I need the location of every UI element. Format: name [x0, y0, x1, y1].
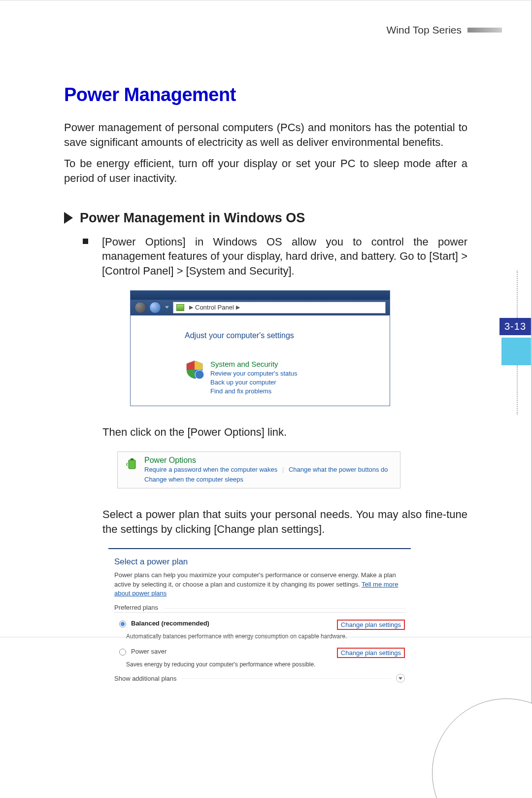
bottom-rule [0, 637, 532, 637]
radio-balanced[interactable] [119, 621, 126, 627]
preferred-plans-legend: Preferred plans [114, 604, 405, 613]
window-titlebar [131, 291, 390, 300]
plan-saver-desc: Saves energy by reducing your computer's… [114, 661, 405, 668]
screenshot-power-options: Power Options Require a password when th… [117, 451, 400, 488]
plan-balanced-label: Balanced (recommended) [131, 620, 209, 627]
select-power-plan-heading: Select a power plan [114, 557, 405, 567]
power-options-body: Power Options Require a password when th… [144, 456, 388, 484]
window-nav-bar: ▶ Control Panel ▶ [131, 300, 390, 315]
chevron-down-icon[interactable] [396, 674, 405, 683]
instruction-after-shot1: Then click on the [Power Options] link. [64, 425, 467, 440]
screenshot-power-plan: Select a power plan Power plans can help… [108, 548, 411, 688]
section-heading-row: Power Management in Windows OS [64, 210, 467, 226]
system-security-links: System and Security Review your computer… [210, 360, 298, 396]
breadcrumb-control-panel[interactable]: Control Panel [195, 304, 234, 311]
svg-point-0 [195, 370, 204, 379]
adjust-settings-heading: Adjust your computer's settings [185, 331, 382, 340]
dotted-margin-line [517, 365, 518, 415]
radio-power-saver[interactable] [119, 649, 126, 656]
shield-icon [185, 360, 204, 380]
folder-icon [176, 304, 184, 311]
change-plan-settings-saver[interactable]: Change plan settings [337, 648, 405, 658]
plan-saver-label: Power saver [131, 648, 166, 655]
intro-paragraph-1: Power management of personal computers (… [64, 120, 467, 149]
plan-balanced-desc: Automatically balances performance with … [114, 633, 405, 640]
power-options-title[interactable]: Power Options [144, 456, 388, 465]
page-title: Power Management [64, 84, 467, 105]
link-power-buttons[interactable]: Change what the power buttons do [289, 466, 388, 473]
link-find-fix[interactable]: Find and fix problems [210, 387, 298, 396]
breadcrumb-sep-icon: ▶ [189, 304, 193, 311]
system-security-row: System and Security Review your computer… [185, 360, 382, 396]
content-area: Power Management Power management of per… [0, 20, 532, 688]
nav-forward-button[interactable] [149, 302, 161, 313]
link-require-password[interactable]: Require a password when the computer wak… [144, 466, 277, 473]
nav-history-dropdown[interactable] [164, 303, 170, 312]
bullet-text-1: [Power Options] in Windows OS allow you … [102, 235, 467, 278]
corner-cutout [433, 699, 532, 798]
power-plan-description: Power plans can help you maximize your c… [114, 571, 405, 598]
square-bullet-icon [83, 239, 88, 244]
system-security-title[interactable]: System and Security [210, 360, 298, 368]
breadcrumb-sep-icon: ▶ [236, 304, 240, 311]
accent-tab [501, 338, 531, 365]
link-review-status[interactable]: Review your computer's status [210, 369, 298, 378]
divider-line [181, 678, 391, 679]
page-number-tab: 3-13 [499, 318, 531, 335]
svg-rect-2 [131, 458, 133, 460]
link-backup[interactable]: Back up your computer [210, 378, 298, 387]
battery-icon [125, 456, 139, 484]
intro-paragraph-2: To be energy efficient, turn off your di… [64, 156, 467, 185]
power-plan-balanced-row: Balanced (recommended) Change plan setti… [114, 618, 405, 632]
instruction-after-shot2: Select a power plan that suits your pers… [64, 507, 467, 536]
bullet-item-1: [Power Options] in Windows OS allow you … [64, 235, 467, 278]
power-plan-saver-row: Power saver Change plan settings [114, 646, 405, 660]
power-options-links: Require a password when the computer wak… [144, 465, 388, 484]
page-container: Wind Top Series Power Management Power m… [0, 0, 532, 798]
change-plan-settings-balanced[interactable]: Change plan settings [337, 620, 405, 630]
header-accent-bar [467, 28, 502, 33]
screenshot-control-panel: ▶ Control Panel ▶ Adjust your computer's… [130, 290, 390, 407]
section-heading: Power Management in Windows OS [80, 210, 305, 226]
control-panel-body: Adjust your computer's settings [131, 315, 390, 406]
address-bar[interactable]: ▶ Control Panel ▶ [173, 302, 386, 313]
page-header: Wind Top Series [386, 24, 502, 36]
power-plan-desc-text: Power plans can help you maximize your c… [114, 571, 396, 588]
dotted-margin-line [517, 271, 518, 318]
show-additional-label: Show additional plans [114, 675, 176, 682]
arrow-right-icon [64, 212, 73, 224]
link-separator: | [282, 466, 284, 473]
link-sleep-settings[interactable]: Change when the computer sleeps [144, 476, 243, 483]
svg-rect-1 [129, 460, 135, 469]
series-label: Wind Top Series [386, 24, 462, 36]
show-additional-plans-row[interactable]: Show additional plans [114, 674, 405, 683]
preferred-plans-section: Preferred plans Balanced (recommended) C… [114, 604, 405, 668]
nav-back-button[interactable] [134, 302, 146, 313]
